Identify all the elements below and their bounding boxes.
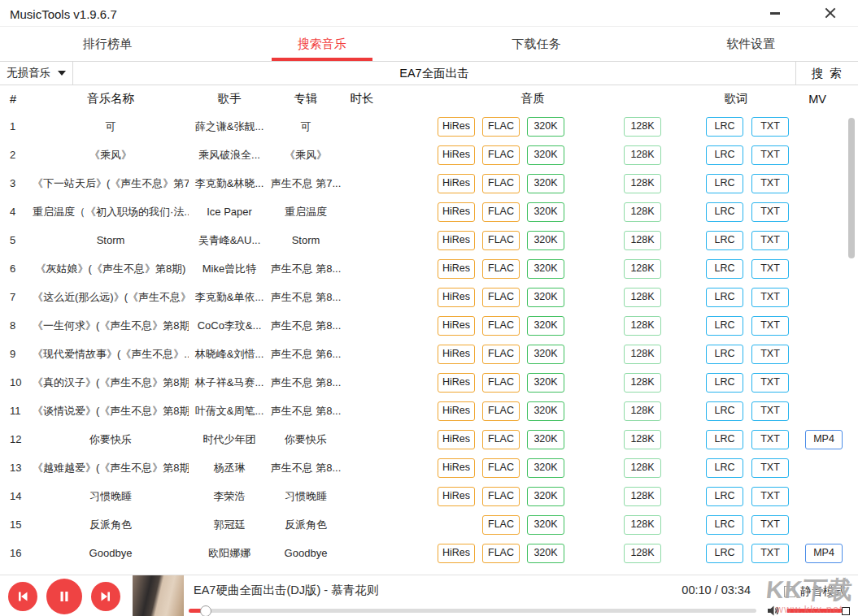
flac-download-button[interactable]: FLAC (482, 316, 520, 336)
flac-download-button[interactable]: FLAC (482, 487, 520, 506)
close-button[interactable] (803, 0, 858, 26)
lrc-download-button[interactable]: LRC (706, 288, 743, 307)
lrc-download-button[interactable]: LRC (706, 430, 743, 449)
txt-download-button[interactable]: TXT (751, 373, 789, 393)
previous-track-button[interactable] (8, 582, 37, 611)
flac-download-button[interactable]: FLAC (482, 231, 520, 250)
txt-download-button[interactable]: TXT (751, 259, 789, 279)
txt-download-button[interactable]: TXT (751, 544, 789, 563)
lrc-download-button[interactable]: LRC (706, 202, 743, 222)
mute-checkbox[interactable] (784, 586, 795, 597)
lrc-download-button[interactable]: LRC (706, 231, 743, 250)
lrc-download-button[interactable]: LRC (706, 373, 743, 393)
hires-download-button[interactable]: HiRes (438, 401, 475, 421)
320k-download-button[interactable]: 320K (527, 316, 564, 336)
flac-download-button[interactable]: FLAC (482, 430, 520, 449)
music-source-dropdown[interactable]: 无损音乐 (0, 62, 73, 85)
hires-download-button[interactable]: HiRes (438, 288, 475, 307)
hires-download-button[interactable]: HiRes (438, 487, 475, 506)
tab-rankings[interactable]: 排行榜单 (0, 27, 215, 61)
progress-slider[interactable] (189, 609, 756, 613)
tab-download-tasks[interactable]: 下载任务 (429, 27, 644, 61)
txt-download-button[interactable]: TXT (751, 458, 789, 478)
hires-download-button[interactable]: HiRes (438, 544, 475, 563)
320k-download-button[interactable]: 320K (527, 401, 564, 421)
320k-download-button[interactable]: 320K (527, 174, 564, 193)
320k-download-button[interactable]: 320K (527, 373, 564, 393)
scrollbar[interactable] (848, 118, 855, 258)
hires-download-button[interactable]: HiRes (438, 316, 475, 336)
320k-download-button[interactable]: 320K (527, 259, 564, 279)
hires-download-button[interactable]: HiRes (438, 373, 475, 393)
flac-download-button[interactable]: FLAC (482, 373, 520, 393)
flac-download-button[interactable]: FLAC (482, 288, 520, 307)
320k-download-button[interactable]: 320K (527, 231, 564, 250)
lrc-download-button[interactable]: LRC (706, 544, 743, 563)
lrc-download-button[interactable]: LRC (706, 145, 743, 165)
128k-download-button[interactable]: 128K (624, 544, 661, 563)
lrc-download-button[interactable]: LRC (706, 259, 743, 279)
hires-download-button[interactable]: HiRes (438, 145, 475, 165)
tab-search-music[interactable]: 搜索音乐 (215, 27, 429, 61)
flac-download-button[interactable]: FLAC (482, 145, 520, 165)
320k-download-button[interactable]: 320K (527, 515, 564, 535)
hires-download-button[interactable]: HiRes (438, 174, 475, 193)
flac-download-button[interactable]: FLAC (482, 174, 520, 193)
flac-download-button[interactable]: FLAC (482, 259, 520, 279)
search-button[interactable]: 搜 索 (795, 62, 858, 85)
320k-download-button[interactable]: 320K (527, 288, 564, 307)
128k-download-button[interactable]: 128K (624, 430, 661, 449)
hires-download-button[interactable]: HiRes (438, 231, 475, 250)
flac-download-button[interactable]: FLAC (482, 202, 520, 222)
lrc-download-button[interactable]: LRC (706, 401, 743, 421)
txt-download-button[interactable]: TXT (751, 401, 789, 421)
progress-thumb[interactable] (200, 605, 211, 616)
lrc-download-button[interactable]: LRC (706, 458, 743, 478)
volume-slider[interactable] (787, 609, 846, 613)
pause-button[interactable] (46, 579, 82, 614)
320k-download-button[interactable]: 320K (527, 145, 564, 165)
lrc-download-button[interactable]: LRC (706, 117, 743, 137)
hires-download-button[interactable]: HiRes (438, 430, 475, 449)
txt-download-button[interactable]: TXT (751, 487, 789, 506)
128k-download-button[interactable]: 128K (624, 174, 661, 193)
next-track-button[interactable] (91, 582, 120, 611)
hires-download-button[interactable]: HiRes (438, 117, 475, 137)
txt-download-button[interactable]: TXT (751, 231, 789, 250)
lrc-download-button[interactable]: LRC (706, 515, 743, 535)
128k-download-button[interactable]: 128K (624, 487, 661, 506)
320k-download-button[interactable]: 320K (527, 544, 564, 563)
txt-download-button[interactable]: TXT (751, 145, 789, 165)
lrc-download-button[interactable]: LRC (706, 487, 743, 506)
hires-download-button[interactable]: HiRes (438, 345, 475, 364)
txt-download-button[interactable]: TXT (751, 117, 789, 137)
flac-download-button[interactable]: FLAC (482, 117, 520, 137)
128k-download-button[interactable]: 128K (624, 288, 661, 307)
flac-download-button[interactable]: FLAC (482, 401, 520, 421)
volume-thumb[interactable] (842, 607, 850, 615)
hires-download-button[interactable]: HiRes (438, 458, 475, 478)
flac-download-button[interactable]: FLAC (482, 544, 520, 563)
128k-download-button[interactable]: 128K (624, 259, 661, 279)
flac-download-button[interactable]: FLAC (482, 458, 520, 478)
txt-download-button[interactable]: TXT (751, 515, 789, 535)
minimize-button[interactable] (747, 0, 803, 26)
lrc-download-button[interactable]: LRC (706, 174, 743, 193)
hires-download-button[interactable]: HiRes (438, 259, 475, 279)
mp4-download-button[interactable]: MP4 (805, 544, 843, 563)
128k-download-button[interactable]: 128K (624, 515, 661, 535)
320k-download-button[interactable]: 320K (527, 117, 564, 137)
320k-download-button[interactable]: 320K (527, 458, 564, 478)
320k-download-button[interactable]: 320K (527, 430, 564, 449)
txt-download-button[interactable]: TXT (751, 288, 789, 307)
txt-download-button[interactable]: TXT (751, 345, 789, 364)
128k-download-button[interactable]: 128K (624, 345, 661, 364)
lrc-download-button[interactable]: LRC (706, 316, 743, 336)
128k-download-button[interactable]: 128K (624, 145, 661, 165)
320k-download-button[interactable]: 320K (527, 487, 564, 506)
flac-download-button[interactable]: FLAC (482, 345, 520, 364)
txt-download-button[interactable]: TXT (751, 430, 789, 449)
128k-download-button[interactable]: 128K (624, 316, 661, 336)
lrc-download-button[interactable]: LRC (706, 345, 743, 364)
128k-download-button[interactable]: 128K (624, 117, 661, 137)
